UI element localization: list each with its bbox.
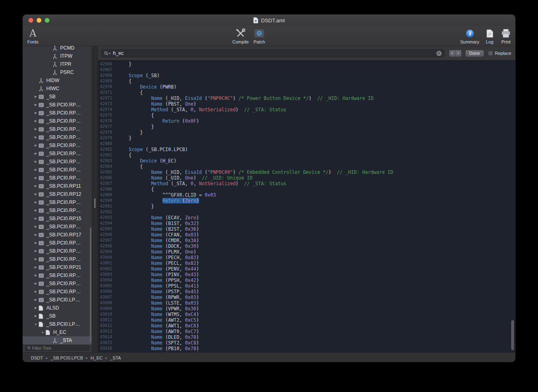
- code-line[interactable]: 42988 {: [98, 186, 515, 192]
- tree-item-h-ec[interactable]: ▼H_EC: [23, 328, 92, 336]
- code-line[interactable]: 43000 Name (PECH, 0x83): [98, 255, 515, 260]
- disclosure-collapsed-icon[interactable]: ▶: [33, 314, 39, 318]
- disclosure-collapsed-icon[interactable]: ▶: [33, 193, 39, 196]
- code-line[interactable]: 43007 Name (RPWR, 0x03): [98, 295, 515, 300]
- code-line[interactable]: 42983 Device (H_EC): [98, 158, 515, 164]
- code-line[interactable]: 43017 Name (IWCW, 0xA0): [98, 351, 515, 352]
- code-line[interactable]: 42978 }: [98, 130, 515, 135]
- disclosure-collapsed-icon[interactable]: ▶: [33, 258, 39, 261]
- tree-item-sb-pci0-rp[interactable]: ▶_SB.PCI0.RP…: [23, 166, 92, 174]
- patch-button[interactable]: Patch: [249, 28, 270, 44]
- tree-item-itpw[interactable]: ITPW: [23, 52, 92, 60]
- tree-item-sb-pci0-rp[interactable]: ▶_SB.PCI0.RP…: [23, 239, 92, 247]
- tree-item-sb-pci0-rp12[interactable]: ▶_SB.PCI0.RP12: [23, 190, 92, 198]
- tree-item-sb-pci0-rp11[interactable]: ▶_SB.PCI0.RP11: [23, 182, 92, 190]
- disclosure-collapsed-icon[interactable]: ▶: [33, 290, 39, 293]
- code-line[interactable]: 43001 Name (PECL, 0x82): [98, 260, 515, 266]
- disclosure-collapsed-icon[interactable]: ▶: [33, 282, 39, 285]
- tree-item-sta[interactable]: _STA: [23, 336, 92, 344]
- disclosure-collapsed-icon[interactable]: ▶: [33, 95, 39, 98]
- breadcrumb-item[interactable]: _SB.PCI0.LPCB: [50, 355, 83, 360]
- code-line[interactable]: 42987 Method (_STA, 0, NotSerialized) //…: [98, 181, 515, 186]
- code-line[interactable]: 42986 Name (_UID, One) // _UID: Unique I…: [98, 175, 515, 181]
- replace-checkbox[interactable]: [488, 51, 493, 56]
- tree-item-sb[interactable]: ▶_SB: [23, 312, 92, 320]
- search-icon[interactable]: [104, 51, 111, 56]
- breadcrumb-item[interactable]: DSDT: [31, 355, 43, 360]
- code-line[interactable]: 42969 {: [98, 78, 515, 84]
- tree-item-sb-pci0-lp[interactable]: ▶_SB.PCI0.LP…: [23, 296, 92, 304]
- code-line[interactable]: 42973 Name (PBST, One): [98, 101, 515, 107]
- tree-item-sb-pci0-rp[interactable]: ▶_SB.PCI0.RP…: [23, 288, 92, 296]
- done-button[interactable]: Done: [465, 50, 484, 57]
- disclosure-collapsed-icon[interactable]: ▶: [33, 217, 39, 220]
- code-line[interactable]: 43010 Name (WTMS, 0xC4): [98, 312, 515, 317]
- zoom-window-button[interactable]: [45, 18, 50, 23]
- find-previous-button[interactable]: ‹: [449, 50, 456, 57]
- code-line[interactable]: 42972 Name (_HID, EisaId ("PNP0C0C") /* …: [98, 95, 515, 101]
- disclosure-collapsed-icon[interactable]: ▶: [33, 103, 39, 106]
- tree-item-sb-pci0-rp[interactable]: ▶_SB.PCI0.RP…: [23, 247, 92, 255]
- code-line[interactable]: 42999 Name (PLMX, One): [98, 249, 515, 255]
- tree-item-sb-pci0-rp[interactable]: ▶_SB.PCI0.RP…: [23, 271, 92, 279]
- code-line[interactable]: 43003 Name (PINV, 0x43): [98, 272, 515, 277]
- disclosure-expanded-icon[interactable]: ▼: [40, 331, 46, 334]
- code-line[interactable]: 43008 Name (LSTE, 0x03): [98, 300, 515, 306]
- tree-item-sb-pci0-rp21[interactable]: ▶_SB.PCI0.RP21: [23, 263, 92, 271]
- find-field[interactable]: ✕: [101, 49, 445, 57]
- tree-item-sb-pci0-rp[interactable]: ▶_SB.PCI0.RP…: [23, 109, 92, 117]
- find-input[interactable]: [113, 50, 434, 56]
- code-line[interactable]: 42977 }: [98, 124, 515, 130]
- code-line[interactable]: 42996 Name (CFAN, 0x03): [98, 232, 515, 238]
- code-line[interactable]: 42979 }: [98, 135, 515, 141]
- tree-item-sb-pci0-rp[interactable]: ▶_SB.PCI0.RP…: [23, 101, 92, 109]
- disclosure-collapsed-icon[interactable]: ▶: [33, 306, 39, 310]
- tree-item-sb-pci0-rp[interactable]: ▶_SB.PCI0.RP…: [23, 255, 92, 263]
- code-line[interactable]: 42993 Name (ECAV, Zero): [98, 215, 515, 221]
- editor-scrollbar[interactable]: [511, 320, 514, 350]
- code-line[interactable]: 42980: [98, 141, 515, 147]
- disclosure-collapsed-icon[interactable]: ▶: [33, 152, 39, 155]
- code-line[interactable]: 42967: [98, 67, 515, 73]
- disclosure-collapsed-icon[interactable]: ▶: [33, 201, 39, 204]
- code-editor[interactable]: 42966 }4296742968 Scope (_SB)42969 {4297…: [98, 61, 515, 352]
- tree-item-sb-pci0-rp17[interactable]: ▶_SB.PCI0.RP17: [23, 231, 92, 239]
- tree-item-sb-pci0-rp[interactable]: ▶_SB.PCI0.RP…: [23, 223, 92, 231]
- pane-divider[interactable]: [92, 46, 98, 352]
- tree-item-sb-pci0-rp[interactable]: ▶_SB.PCI0.RP…: [23, 279, 92, 288]
- code-line[interactable]: 42981 Scope (_SB.PCI0.LPCB): [98, 147, 515, 152]
- code-line[interactable]: 42990 Return (Zero): [98, 198, 515, 204]
- breadcrumb-item[interactable]: _STA: [110, 355, 121, 360]
- code-line[interactable]: 43015 Name (SPT2, 0xC8): [98, 340, 515, 346]
- disclosure-collapsed-icon[interactable]: ▶: [33, 298, 39, 301]
- tree-item-sb-pci0-rp[interactable]: ▶_SB.PCI0.RP…: [23, 133, 92, 141]
- tree-item-pcmd[interactable]: PCMD: [23, 44, 92, 52]
- breadcrumb-item[interactable]: H_EC: [91, 355, 102, 360]
- tree-item-sb-pci0-lp[interactable]: ▼_SB.PCI0.LP…: [23, 320, 92, 328]
- code-line[interactable]: 43014 Name (DLED, 0x78): [98, 334, 515, 340]
- disclosure-collapsed-icon[interactable]: ▶: [33, 160, 39, 163]
- tree-item-sb-pci0-rp[interactable]: ▶_SB.PCI0.RP…: [23, 158, 92, 166]
- code-line[interactable]: 42968 Scope (_SB): [98, 73, 515, 78]
- code-line[interactable]: 42971 {: [98, 90, 515, 95]
- disclosure-collapsed-icon[interactable]: ▶: [33, 176, 39, 180]
- tree-item-sb-pci0-rp[interactable]: ▶_SB.PCI0.RP…: [23, 125, 92, 133]
- find-next-button[interactable]: ›: [455, 50, 462, 57]
- clear-search-icon[interactable]: ✕: [436, 51, 442, 56]
- code-line[interactable]: 42975 {: [98, 113, 515, 118]
- code-line[interactable]: 42995 Name (B2ST, 0x36): [98, 226, 515, 232]
- tree-item-psrc[interactable]: PSRC: [23, 68, 92, 76]
- disclosure-collapsed-icon[interactable]: ▶: [33, 144, 39, 147]
- document-proxy-icon[interactable]: [253, 17, 258, 24]
- disclosure-collapsed-icon[interactable]: ▶: [33, 274, 39, 277]
- code-line[interactable]: 42997 Name (CMDR, 0x3A): [98, 238, 515, 243]
- tree-item-sb-pci0-rp[interactable]: ▶_SB.PCI0.RP…: [23, 206, 92, 214]
- code-line[interactable]: 42985 Name (_HID, EisaId ("PNP0C09") /* …: [98, 169, 515, 175]
- disclosure-collapsed-icon[interactable]: ▶: [33, 119, 39, 123]
- disclosure-collapsed-icon[interactable]: ▶: [33, 266, 39, 269]
- tree-item-hiwc[interactable]: HIWC: [23, 84, 92, 93]
- disclosure-collapsed-icon[interactable]: ▶: [33, 241, 39, 245]
- code-line[interactable]: 42982 {: [98, 152, 515, 158]
- code-line[interactable]: 42998 Name (DOCK, 0x30): [98, 243, 515, 249]
- disclosure-expanded-icon[interactable]: ▼: [33, 323, 39, 326]
